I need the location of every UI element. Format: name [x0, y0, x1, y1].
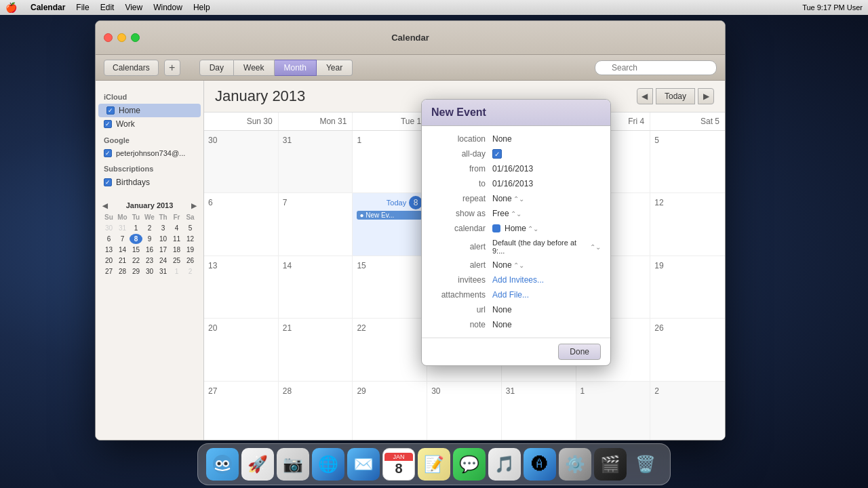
alert2-select[interactable]: None ⌃⌄ [492, 260, 524, 270]
mini-cal-today[interactable]: 8 [130, 234, 142, 244]
menu-edit[interactable]: Edit [100, 3, 115, 12]
cal-cell-31[interactable]: 31 [279, 131, 353, 192]
search-input[interactable] [595, 60, 717, 75]
dock-appstore[interactable]: 🅐 [524, 448, 556, 481]
home-checkbox[interactable]: ✓ [106, 106, 115, 115]
cal-next-button[interactable]: ▶ [698, 88, 714, 104]
search-container: 🔍 [595, 60, 717, 75]
view-tabs: Day Week Month Year [199, 60, 353, 76]
app-window: Calendar Calendars + Day Week Month Year… [95, 20, 726, 441]
menu-calendar[interactable]: Calendar [31, 3, 65, 12]
dock-mail[interactable]: ✉️ [347, 448, 380, 481]
cal-cell-31b[interactable]: 31 [502, 382, 576, 440]
all-day-checkbox[interactable]: ✓ [492, 149, 502, 159]
dock-launchpad[interactable]: 🚀 [241, 448, 274, 481]
calendar-select[interactable]: Home ⌃⌄ [492, 224, 538, 233]
cal-cell-30b[interactable]: 30 [427, 382, 502, 440]
location-value[interactable]: None [492, 134, 601, 144]
sidebar-item-home[interactable]: ✓ Home [98, 104, 201, 117]
maximize-button[interactable] [131, 33, 140, 42]
cal-cell-30[interactable]: 30 [204, 131, 279, 192]
cal-cell-21[interactable]: 21 [279, 319, 353, 380]
calendars-button[interactable]: Calendars [104, 60, 159, 76]
calendar-stepper[interactable]: ⌃⌄ [528, 225, 538, 232]
popover-header: New Event [422, 100, 610, 126]
menu-window[interactable]: Window [153, 3, 182, 12]
from-value[interactable]: 01/16/2013 [492, 164, 601, 174]
cal-cell-6[interactable]: 6 [204, 193, 279, 255]
calendar-label: calendar [431, 224, 486, 233]
dock-dvdplayer[interactable]: 🎬 [594, 448, 627, 481]
menu-file[interactable]: File [76, 3, 89, 12]
dock-systemprefs[interactable]: ⚙️ [559, 448, 591, 481]
alert1-stepper[interactable]: ⌃⌄ [590, 243, 601, 251]
menu-view[interactable]: View [125, 3, 142, 12]
note-value[interactable]: None [492, 320, 601, 329]
cal-cell-20[interactable]: 20 [204, 319, 279, 380]
sidebar-item-work[interactable]: ✓ Work [96, 117, 203, 131]
cal-cell-15[interactable]: 15 [353, 256, 427, 318]
to-value[interactable]: 01/16/2013 [492, 179, 601, 188]
cal-cell-14[interactable]: 14 [279, 256, 353, 318]
mini-cal-prev[interactable]: ◀ [102, 202, 108, 209]
work-checkbox[interactable]: ✓ [104, 120, 112, 128]
cal-cell-19[interactable]: 19 [650, 256, 725, 318]
cal-cell-26[interactable]: 26 [650, 319, 725, 380]
url-value[interactable]: None [492, 305, 601, 314]
popover-repeat-row: repeat None ⌃⌄ [422, 191, 610, 206]
cal-cell-1[interactable]: 1 [353, 131, 427, 192]
google-checkbox[interactable]: ✓ [104, 149, 112, 157]
cal-cell-8-today[interactable]: Today 8 ● New Ev... [353, 193, 427, 255]
minimize-button[interactable] [117, 33, 126, 42]
dock-itunes[interactable]: 🎵 [488, 448, 521, 481]
svg-point-3 [218, 462, 221, 466]
birthdays-checkbox[interactable]: ✓ [104, 178, 112, 186]
cal-cell-29[interactable]: 29 [353, 382, 427, 440]
dock-calendar[interactable]: JAN 8 [382, 448, 415, 481]
cal-cell-feb1[interactable]: 1 [576, 382, 651, 440]
cal-prev-button[interactable]: ◀ [637, 88, 653, 104]
add-file-link[interactable]: Add File... [492, 290, 529, 300]
cal-cell-5[interactable]: 5 [650, 131, 725, 192]
apple-menu[interactable]: 🍎 [5, 2, 17, 13]
repeat-label: repeat [431, 194, 486, 203]
alert1-select[interactable]: Default (the day before at 9:... ⌃⌄ [492, 239, 601, 255]
cal-cell-22[interactable]: 22 [353, 319, 427, 380]
col-sat: Sat 5 [650, 113, 725, 130]
close-button[interactable] [104, 33, 113, 42]
repeat-stepper[interactable]: ⌃⌄ [513, 195, 524, 203]
dock-safari[interactable]: 🌐 [312, 448, 344, 481]
cal-cell-27[interactable]: 27 [204, 382, 279, 440]
cal-cell-feb2[interactable]: 2 [650, 382, 725, 440]
dock-finder[interactable] [206, 448, 239, 481]
sidebar-item-google[interactable]: ✓ peterjohnson734@... [96, 147, 203, 159]
cal-cell-13[interactable]: 13 [204, 256, 279, 318]
dock-trash[interactable]: 🗑️ [629, 448, 662, 481]
add-calendar-button[interactable]: + [164, 60, 180, 76]
popover-title: New Event [431, 106, 601, 119]
tab-year[interactable]: Year [317, 60, 353, 76]
sidebar-item-birthdays[interactable]: ✓ Birthdays [96, 176, 203, 189]
show-as-select[interactable]: Free ⌃⌄ [492, 209, 521, 218]
mini-cal-next[interactable]: ▶ [191, 202, 197, 209]
tab-week[interactable]: Week [234, 60, 274, 76]
cal-cell-28[interactable]: 28 [279, 382, 353, 440]
add-invitees-link[interactable]: Add Invitees... [492, 275, 544, 285]
show-as-stepper[interactable]: ⌃⌄ [511, 210, 521, 218]
dock-photos[interactable]: 📷 [277, 448, 309, 481]
tab-month[interactable]: Month [275, 60, 317, 76]
today-label: Today [387, 199, 406, 207]
done-button[interactable]: Done [558, 344, 601, 360]
menu-help[interactable]: Help [193, 3, 210, 12]
repeat-select[interactable]: None ⌃⌄ [492, 194, 524, 203]
show-as-label: show as [431, 209, 486, 218]
new-event-chip[interactable]: ● New Ev... [357, 211, 422, 220]
dock-stickies[interactable]: 📝 [418, 448, 450, 481]
cal-today-button[interactable]: Today [656, 88, 695, 104]
cal-cell-7[interactable]: 7 [279, 193, 353, 255]
dock-messages[interactable]: 💬 [453, 448, 486, 481]
cal-cell-12[interactable]: 12 [650, 193, 725, 255]
icloud-section-title: iCloud [96, 87, 203, 104]
alert2-stepper[interactable]: ⌃⌄ [513, 262, 524, 269]
tab-day[interactable]: Day [199, 60, 234, 76]
